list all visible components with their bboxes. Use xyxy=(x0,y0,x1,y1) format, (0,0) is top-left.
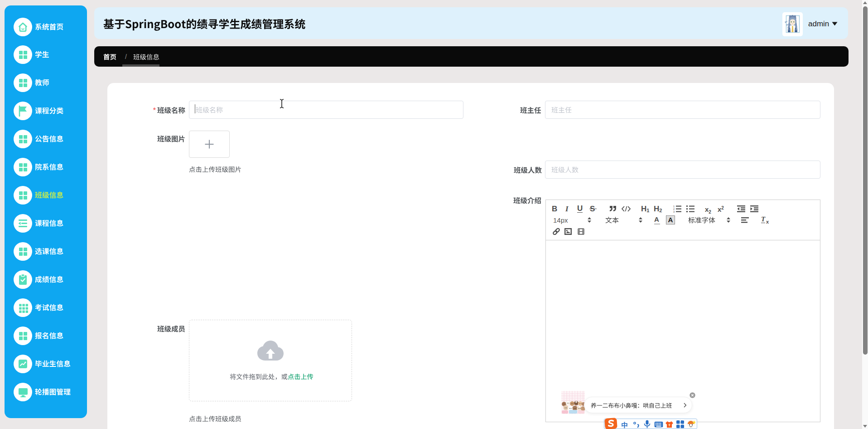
svg-text:3: 3 xyxy=(673,210,675,213)
svg-text:A: A xyxy=(668,216,673,224)
